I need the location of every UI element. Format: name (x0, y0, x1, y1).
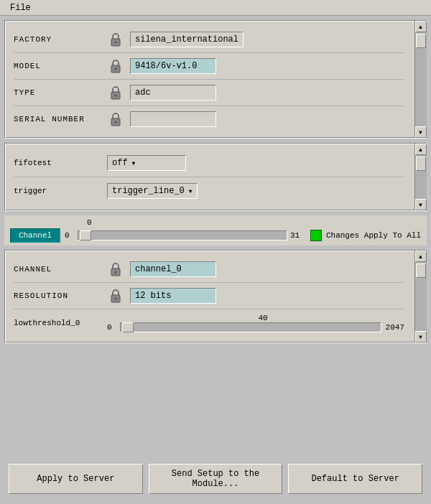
channel-slider[interactable] (78, 230, 287, 241)
menubar: File (0, 0, 431, 16)
channel-field-value-1[interactable]: 12 bits (130, 288, 216, 304)
lowthreshold-min: 0 (107, 323, 117, 332)
panel3-content: CHANNEL channel_0 RESOLUTION 12 bits low… (5, 251, 426, 342)
field-row-model: MODEL 9418/6v-v1.0 (14, 53, 404, 80)
channel-row: Channel 0 31 Changes Apply To All (10, 228, 421, 243)
lowthreshold-inner: lowthreshold_0 40 0 2047 (14, 314, 404, 332)
field-label-2: TYPE (14, 88, 107, 97)
lowthreshold-slider-row: 0 2047 (107, 322, 404, 332)
scroll-up-btn-2[interactable]: ▲ (415, 144, 427, 155)
settings-label-0: fifotest (14, 159, 107, 167)
button-row: Apply to Server Send Setup to the Module… (4, 458, 427, 500)
changes-green-box (310, 230, 322, 241)
svg-point-7 (115, 121, 117, 123)
send-setup-button[interactable]: Send Setup to the Module... (149, 464, 283, 494)
svg-point-5 (115, 95, 117, 97)
svg-point-3 (115, 68, 117, 70)
channel-number-row: 0 (10, 218, 421, 227)
scroll-up-btn-3[interactable]: ▲ (415, 251, 427, 262)
field-label-0: FACTORY (14, 35, 107, 44)
scroll-thumb-2 (416, 157, 426, 171)
lowthreshold-label: lowthreshold_0 (14, 319, 107, 327)
channel-lock-icon-0 (107, 261, 124, 278)
lowthreshold-slider[interactable] (120, 322, 381, 332)
main-content: FACTORY silena_international MODEL 9418/… (0, 16, 431, 504)
field-label-1: MODEL (14, 62, 107, 70)
field-value-1[interactable]: 9418/6v-v1.0 (130, 58, 216, 74)
channel-slider-thumb (80, 230, 91, 241)
panel2-content: fifotest off trigger trigger_line_0 (5, 144, 426, 210)
lock-icon-1 (107, 57, 124, 75)
channel-field-label-0: CHANNEL (14, 265, 107, 274)
lock-icon-2 (107, 84, 124, 101)
panel3-inner: CHANNEL channel_0 RESOLUTION 12 bits low… (5, 251, 413, 342)
svg-point-11 (115, 298, 117, 300)
scroll-up-btn[interactable]: ▲ (415, 21, 427, 32)
panel-settings: fifotest off trigger trigger_line_0 ▲ ▼ (4, 143, 427, 211)
scroll-track[interactable] (415, 32, 427, 126)
changes-indicator: Changes Apply To All (310, 230, 421, 241)
menu-file[interactable]: File (4, 1, 37, 14)
panel1-inner: FACTORY silena_international MODEL 9418/… (5, 21, 413, 138)
scroll-down-btn[interactable]: ▼ (415, 126, 427, 138)
svg-point-1 (115, 42, 117, 44)
changes-label: Changes Apply To All (326, 231, 421, 240)
svg-point-9 (115, 271, 117, 274)
lock-icon-3 (107, 111, 124, 128)
channel-slider-container: 0 31 (65, 230, 300, 241)
scroll-track-3[interactable] (415, 262, 427, 331)
scroll-thumb-3 (416, 263, 426, 278)
field-value-3[interactable] (130, 111, 216, 127)
lowthreshold-max: 2047 (384, 323, 404, 332)
panel2-inner: fifotest off trigger trigger_line_0 (5, 144, 413, 210)
scrollbar-2[interactable]: ▲ ▼ (414, 144, 426, 210)
panel-device-info: FACTORY silena_international MODEL 9418/… (4, 20, 427, 139)
lock-icon-0 (107, 31, 124, 48)
channel-max: 31 (290, 231, 300, 240)
lowthreshold-row: lowthreshold_0 40 0 2047 (14, 309, 404, 337)
settings-row-1: trigger trigger_line_0 (14, 177, 404, 205)
lowthreshold-thumb (122, 322, 134, 332)
channel-field-label-1: RESOLUTION (14, 291, 107, 300)
channel-min: 0 (65, 231, 75, 240)
field-value-0[interactable]: silena_international (130, 32, 244, 47)
field-row-factory: FACTORY silena_international (14, 27, 404, 53)
channel-number-above: 0 (87, 218, 92, 227)
channel-lock-icon-1 (107, 287, 124, 304)
field-label-3: SERIAL NUMBER (14, 115, 107, 123)
apply-server-button[interactable]: Apply to Server (9, 464, 143, 494)
channel-button[interactable]: Channel (10, 228, 60, 243)
scrollbar-1[interactable]: ▲ ▼ (414, 21, 426, 138)
settings-row-0: fifotest off (14, 149, 404, 177)
dropdown-1[interactable]: trigger_line_0 (107, 183, 198, 199)
channel-field-value-0[interactable]: channel_0 (130, 261, 216, 277)
field-value-2[interactable]: adc (130, 85, 216, 101)
lowthreshold-slider-area: 40 0 2047 (107, 314, 404, 332)
scroll-track-2[interactable] (415, 155, 427, 199)
channel-field-row-1: RESOLUTION 12 bits (14, 283, 404, 309)
panel1-content: FACTORY silena_international MODEL 9418/… (5, 21, 426, 138)
dropdown-0[interactable]: off (107, 155, 186, 171)
field-row-type: TYPE adc (14, 80, 404, 106)
channel-area: 0 Channel 0 31 Changes Apply To All (4, 215, 427, 246)
field-row-serial_number: SERIAL NUMBER (14, 106, 404, 132)
scroll-down-btn-3[interactable]: ▼ (415, 331, 427, 342)
scrollbar-3[interactable]: ▲ ▼ (414, 251, 426, 342)
lowthreshold-value-above: 40 (121, 314, 404, 322)
channel-field-row-0: CHANNEL channel_0 (14, 256, 404, 283)
default-server-button[interactable]: Default to Server (288, 464, 422, 494)
scroll-thumb (416, 34, 426, 48)
panel-channel-detail: CHANNEL channel_0 RESOLUTION 12 bits low… (4, 250, 427, 343)
settings-label-1: trigger (14, 187, 107, 195)
scroll-down-btn-2[interactable]: ▼ (415, 199, 427, 210)
